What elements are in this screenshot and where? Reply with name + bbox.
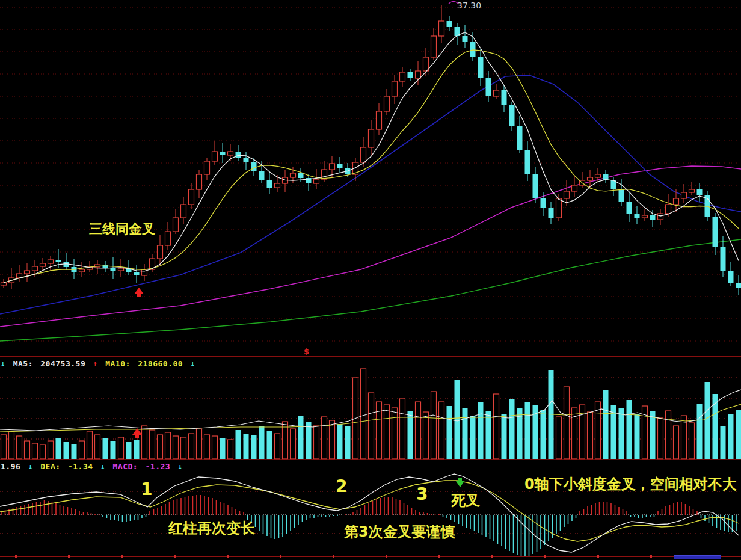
volume-panel[interactable] [0, 369, 741, 459]
scrollbar-thumb[interactable] [674, 555, 721, 559]
macd-value: -1.23 [146, 462, 171, 471]
golden-cross-2-label: 2 [336, 478, 347, 495]
vol-ma10-down-arrow-icon: ↓ [190, 359, 195, 368]
vol-ma5-value: 204753.59 [40, 359, 85, 368]
third-cross-caution-note: 第3次金叉要谨慎 [344, 525, 455, 539]
zero-axis-note: 0轴下小斜度金叉，空间相对不大 [524, 477, 737, 491]
macd-header: 1.96 ↓ DEA: -1.34 ↓ MACD: -1.23 ↓ [1, 462, 185, 471]
macd-dif-down-arrow-icon: ↓ [28, 462, 33, 471]
macd-dif-value: 1.96 [1, 462, 20, 471]
vol-ma10-label: MA10: [105, 359, 131, 368]
macd-dea-value: -1.34 [68, 462, 93, 471]
golden-cross-3-label: 3 [416, 486, 428, 503]
vol-down-arrow-icon: ↓ [1, 359, 5, 368]
vol-ma5-label: MA5: [13, 359, 33, 368]
macd-value-label: MACD: [113, 462, 138, 471]
vol-ma10-value: 218660.00 [138, 359, 183, 368]
peak-price-label: 37.30 [457, 1, 481, 10]
dollar-marker: $ [304, 348, 309, 355]
macd-dea-down-arrow-icon: ↓ [100, 462, 105, 471]
buy-point-up-arrow-icon [134, 288, 144, 297]
main-price-panel[interactable] [0, 5, 741, 341]
vol-ma5-up-arrow-icon: ↑ [93, 359, 98, 368]
death-cross-down-arrow-icon [456, 478, 464, 487]
three-line-golden-cross-label: 三线同金叉 [89, 223, 155, 236]
macd-dea-label: DEA: [40, 462, 60, 471]
volume-header: ↓ MA5: 204753.59 ↑ MA10: 218660.00 ↓ [1, 359, 198, 368]
golden-cross-1-label: 1 [141, 481, 152, 498]
death-cross-label: 死叉 [451, 493, 480, 508]
red-bars-longer-note: 红柱再次变长 [168, 521, 255, 535]
macd-down-arrow-icon: ↓ [178, 462, 183, 471]
chart-window: 37.30 三线同金叉 $ ↓ MA5: 204753.59 ↑ MA10: 2… [0, 0, 741, 560]
